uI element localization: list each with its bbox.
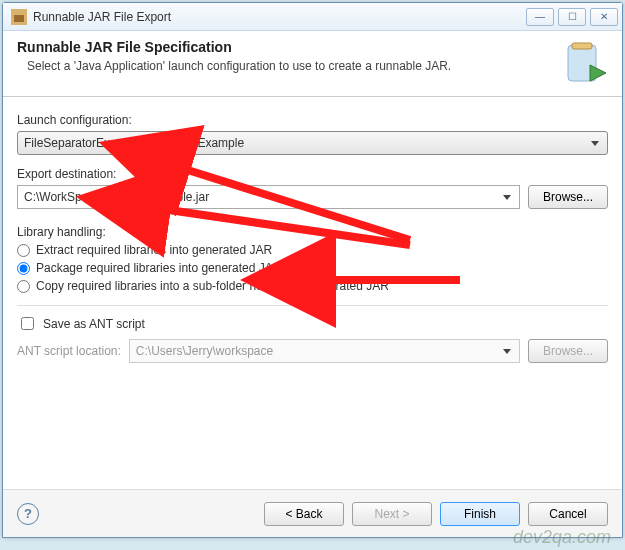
export-destination-field[interactable]: C:\WorkSpace\Dev2qaExample.jar <box>17 185 520 209</box>
save-ant-label: Save as ANT script <box>43 317 145 331</box>
banner-text: Runnable JAR File Specification Select a… <box>17 39 560 88</box>
help-icon[interactable]: ? <box>17 503 39 525</box>
svg-marker-4 <box>590 65 606 81</box>
jar-run-icon <box>560 39 608 87</box>
dialog-window: Runnable JAR File Export — ☐ ✕ Runnable … <box>2 2 623 538</box>
ant-location-value: C:\Users\Jerry\workspace <box>136 344 273 358</box>
library-option-0-label: Extract required libraries into generate… <box>36 243 272 257</box>
app-icon <box>11 9 27 25</box>
footer: ? < Back Next > Finish Cancel <box>3 489 622 537</box>
banner-subtext: Select a 'Java Application' launch confi… <box>27 59 560 73</box>
launch-config-value: FileSeparatorExample - Dev2QaExample <box>24 136 244 150</box>
export-browse-button[interactable]: Browse... <box>528 185 608 209</box>
content-area: Launch configuration: FileSeparatorExamp… <box>3 97 622 373</box>
launch-label: Launch configuration: <box>17 113 608 127</box>
library-option-copy[interactable]: Copy required libraries into a sub-folde… <box>17 279 608 293</box>
library-radio-group: Extract required libraries into generate… <box>17 243 608 293</box>
svg-rect-1 <box>14 15 24 22</box>
radio-copy[interactable] <box>17 280 30 293</box>
window-title: Runnable JAR File Export <box>33 10 526 24</box>
radio-package[interactable] <box>17 262 30 275</box>
export-destination-value: C:\WorkSpace\Dev2qaExample.jar <box>24 190 209 204</box>
save-ant-row[interactable]: Save as ANT script <box>17 314 608 333</box>
library-label: Library handling: <box>17 225 608 239</box>
close-button[interactable]: ✕ <box>590 8 618 26</box>
separator <box>17 305 608 306</box>
library-option-1-label: Package required libraries into generate… <box>36 261 281 275</box>
ant-location-row: ANT script location: C:\Users\Jerry\work… <box>17 339 608 363</box>
ant-location-field: C:\Users\Jerry\workspace <box>129 339 520 363</box>
window-buttons: — ☐ ✕ <box>526 8 618 26</box>
library-option-package[interactable]: Package required libraries into generate… <box>17 261 608 275</box>
library-option-2-label: Copy required libraries into a sub-folde… <box>36 279 389 293</box>
titlebar: Runnable JAR File Export — ☐ ✕ <box>3 3 622 31</box>
next-button: Next > <box>352 502 432 526</box>
svg-rect-3 <box>572 43 592 49</box>
launch-config-combo[interactable]: FileSeparatorExample - Dev2QaExample <box>17 131 608 155</box>
banner: Runnable JAR File Specification Select a… <box>3 31 622 97</box>
cancel-button[interactable]: Cancel <box>528 502 608 526</box>
banner-heading: Runnable JAR File Specification <box>17 39 560 55</box>
ant-location-label: ANT script location: <box>17 344 121 358</box>
finish-button[interactable]: Finish <box>440 502 520 526</box>
library-option-extract[interactable]: Extract required libraries into generate… <box>17 243 608 257</box>
back-button[interactable]: < Back <box>264 502 344 526</box>
export-label: Export destination: <box>17 167 608 181</box>
save-ant-checkbox[interactable] <box>21 317 34 330</box>
radio-extract[interactable] <box>17 244 30 257</box>
minimize-button[interactable]: — <box>526 8 554 26</box>
maximize-button[interactable]: ☐ <box>558 8 586 26</box>
ant-browse-button: Browse... <box>528 339 608 363</box>
